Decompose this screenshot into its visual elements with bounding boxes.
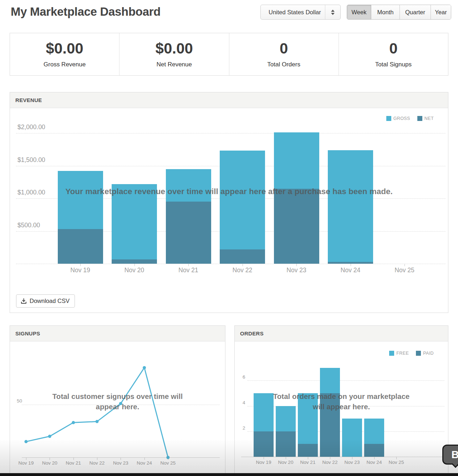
beacon-label: B bbox=[452, 449, 458, 461]
legend-item-net[interactable]: NET bbox=[417, 116, 434, 121]
download-csv-label: Download CSV bbox=[30, 298, 70, 304]
bar-paid-nov-20[interactable] bbox=[276, 431, 296, 457]
revenue-legend: GROSSNET bbox=[386, 116, 434, 121]
revenue-placeholder-text: Your marketplace revenue over time will … bbox=[10, 187, 448, 196]
y-axis-label: $1,500.00 bbox=[17, 156, 45, 164]
legend-swatch-net bbox=[417, 116, 422, 121]
download-csv-button[interactable]: Download CSV bbox=[16, 294, 75, 308]
stat-net-revenue: $0.00 Net Revenue bbox=[119, 33, 229, 75]
x-axis-tick bbox=[243, 264, 243, 266]
stat-value: 0 bbox=[280, 40, 288, 57]
currency-select[interactable]: United States Dollar bbox=[260, 5, 341, 20]
date-range-tabs: Week Month Quarter Year bbox=[347, 5, 451, 20]
tab-month[interactable]: Month bbox=[371, 5, 400, 19]
page-title: My Marketplace Dashboard bbox=[11, 5, 161, 19]
x-axis-label: Nov 19 bbox=[59, 267, 102, 274]
stat-gross-revenue: $0.00 Gross Revenue bbox=[10, 33, 119, 75]
signups-placeholder-text: Total customer signups over time will ap… bbox=[10, 391, 225, 412]
bar-gross-nov-24[interactable] bbox=[328, 150, 373, 264]
data-point-nov-25[interactable] bbox=[166, 456, 169, 459]
bar-net-nov-22[interactable] bbox=[220, 249, 265, 264]
bar-net-nov-23[interactable] bbox=[274, 189, 319, 264]
data-point-nov-21[interactable] bbox=[72, 421, 75, 424]
tab-quarter[interactable]: Quarter bbox=[400, 5, 431, 19]
x-axis-tick bbox=[330, 457, 330, 459]
legend-item-paid[interactable]: PAID bbox=[416, 351, 434, 356]
legend-label: FREE bbox=[396, 351, 409, 356]
stat-value: $0.00 bbox=[46, 40, 83, 57]
bar-net-nov-19[interactable] bbox=[58, 229, 103, 264]
stat-value: 0 bbox=[389, 40, 397, 57]
x-axis-line bbox=[241, 457, 445, 457]
revenue-panel-title: REVENUE bbox=[10, 92, 448, 108]
orders-panel: ORDERS FREEPAID Total orders made on you… bbox=[234, 325, 448, 476]
download-icon bbox=[21, 298, 27, 304]
x-axis-label: Nov 20 bbox=[113, 267, 156, 274]
bar-net-nov-20[interactable] bbox=[112, 259, 157, 264]
tab-year[interactable]: Year bbox=[431, 5, 451, 19]
help-beacon-button[interactable]: B bbox=[442, 445, 458, 465]
gridline-6 bbox=[248, 380, 444, 381]
bottom-edge-bar bbox=[0, 473, 458, 476]
data-point-nov-19[interactable] bbox=[25, 440, 28, 443]
beacon-tail bbox=[452, 460, 458, 468]
orders-legend: FREEPAID bbox=[389, 351, 434, 356]
x-axis-tick bbox=[396, 457, 397, 459]
y-axis-label: $2,000.00 bbox=[17, 123, 45, 131]
stat-total-signups: 0 Total Signups bbox=[339, 33, 448, 75]
updown-arrows-icon bbox=[325, 10, 340, 15]
legend-item-free[interactable]: FREE bbox=[389, 351, 409, 356]
legend-swatch-gross bbox=[386, 116, 391, 121]
line-path bbox=[26, 368, 168, 457]
stat-value: $0.00 bbox=[156, 40, 193, 57]
legend-label: PAID bbox=[423, 351, 434, 356]
currency-select-value: United States Dollar bbox=[261, 9, 325, 16]
x-axis-tick bbox=[352, 457, 352, 459]
data-point-nov-22[interactable] bbox=[95, 420, 98, 423]
stat-label: Net Revenue bbox=[157, 61, 192, 68]
data-point-nov-24[interactable] bbox=[143, 366, 146, 369]
stat-label: Total Signups bbox=[375, 61, 412, 68]
bar-gross-nov-22[interactable] bbox=[220, 151, 265, 264]
y-axis-label: 6 bbox=[243, 374, 245, 380]
x-axis-tick bbox=[264, 457, 264, 459]
stat-total-orders: 0 Total Orders bbox=[229, 33, 339, 75]
stat-label: Total Orders bbox=[267, 61, 300, 68]
bar-paid-nov-24[interactable] bbox=[364, 444, 384, 457]
x-axis-tick bbox=[286, 457, 286, 459]
data-point-nov-20[interactable] bbox=[48, 435, 51, 438]
x-axis-tick bbox=[296, 264, 297, 266]
revenue-panel: REVENUE GROSSNET Your marketplace revenu… bbox=[10, 92, 448, 313]
x-axis-tick bbox=[374, 457, 375, 459]
summary-stats: $0.00 Gross Revenue $0.00 Net Revenue 0 … bbox=[10, 33, 448, 76]
y-axis-label: $500.00 bbox=[17, 222, 40, 229]
x-axis-label: Nov 25 bbox=[383, 267, 426, 274]
legend-label: GROSS bbox=[393, 116, 410, 121]
x-axis-tick bbox=[134, 264, 135, 266]
x-axis-label: Nov 22 bbox=[221, 267, 264, 274]
stat-label: Gross Revenue bbox=[44, 61, 86, 68]
tab-week[interactable]: Week bbox=[347, 5, 371, 19]
bar-paid-nov-21[interactable] bbox=[298, 444, 318, 457]
x-axis-tick bbox=[351, 264, 351, 266]
signups-panel: SIGNUPS Total customer signups over time… bbox=[10, 325, 225, 476]
x-axis-label: Nov 24 bbox=[329, 267, 372, 274]
orders-panel-title: ORDERS bbox=[235, 326, 448, 341]
x-axis-label: Nov 21 bbox=[167, 267, 210, 274]
dashboard-page: My Marketplace Dashboard United States D… bbox=[0, 0, 458, 476]
x-axis-tick bbox=[404, 264, 405, 266]
bar-paid-nov-19[interactable] bbox=[254, 431, 274, 457]
gridline-2000 bbox=[16, 133, 446, 133]
bar-net-nov-21[interactable] bbox=[166, 202, 211, 264]
x-axis-tick bbox=[188, 264, 189, 266]
legend-label: NET bbox=[424, 116, 434, 121]
x-axis-tick bbox=[308, 457, 308, 459]
bar-net-nov-24[interactable] bbox=[328, 262, 373, 264]
bar-free-nov-23[interactable] bbox=[342, 419, 362, 457]
y-axis-label: 2 bbox=[243, 425, 245, 431]
legend-swatch-free bbox=[389, 351, 394, 356]
x-axis-label: Nov 23 bbox=[275, 267, 318, 274]
orders-placeholder-text: Total orders made on your marketplace wi… bbox=[235, 391, 448, 412]
x-axis-label: Nov 25 bbox=[375, 460, 418, 465]
legend-item-gross[interactable]: GROSS bbox=[386, 116, 410, 121]
